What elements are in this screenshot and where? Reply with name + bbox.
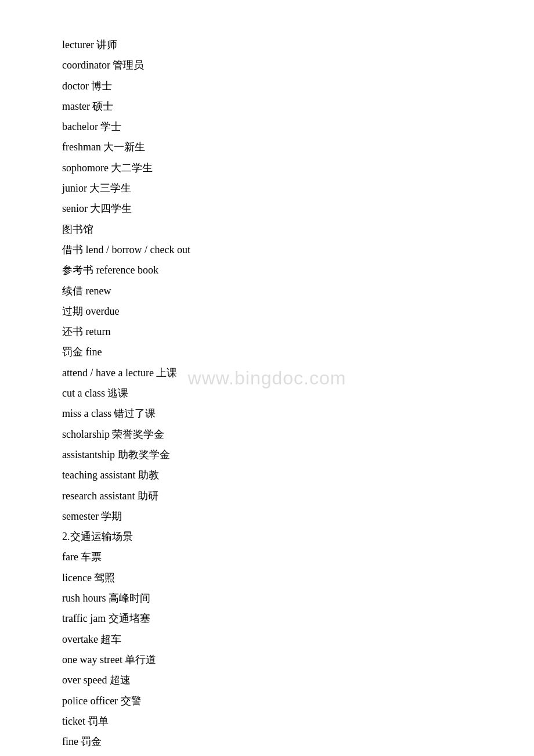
list-item: senior 大四学生 xyxy=(62,199,472,219)
list-item: licence 驾照 xyxy=(62,568,472,588)
list-item: rush hours 高峰时间 xyxy=(62,588,472,609)
list-item: 续借 renew xyxy=(62,281,472,301)
list-item: lecturer 讲师 xyxy=(62,35,472,55)
list-item: sophomore 大二学生 xyxy=(62,158,472,178)
list-item: 2.交通运输场景 xyxy=(62,527,472,547)
list-item: 借书 lend / borrow / check out xyxy=(62,240,472,260)
list-item: 还书 return xyxy=(62,322,472,342)
list-item: research assistant 助研 xyxy=(62,486,472,506)
list-item: miss a class 错过了课 xyxy=(62,404,472,424)
list-item: 参考书 reference book xyxy=(62,260,472,280)
list-item: over speed 超速 xyxy=(62,670,472,690)
list-item: doctor 博士 xyxy=(62,76,472,96)
vocabulary-list: lecturer 讲师coordinator 管理员doctor 博士maste… xyxy=(62,35,472,752)
list-item: scholarship 荣誉奖学金 xyxy=(62,424,472,445)
list-item: traffic jam 交通堵塞 xyxy=(62,609,472,629)
list-item: overtake 超车 xyxy=(62,629,472,650)
list-item: assistantship 助教奖学金 xyxy=(62,445,472,465)
list-item: fine 罚金 xyxy=(62,732,472,752)
list-item: 过期 overdue xyxy=(62,301,472,322)
list-item: semester 学期 xyxy=(62,506,472,527)
list-item: coordinator 管理员 xyxy=(62,55,472,75)
list-item: attend / have a lecture 上课 xyxy=(62,363,472,383)
list-item: cut a class 逃课 xyxy=(62,383,472,404)
list-item: fare 车票 xyxy=(62,547,472,567)
list-item: 图书馆 xyxy=(62,219,472,240)
list-item: 罚金 fine xyxy=(62,342,472,362)
list-item: bachelor 学士 xyxy=(62,117,472,137)
list-item: master 硕士 xyxy=(62,96,472,117)
list-item: teaching assistant 助教 xyxy=(62,465,472,485)
list-item: police officer 交警 xyxy=(62,691,472,711)
list-item: ticket 罚单 xyxy=(62,711,472,732)
list-item: one way street 单行道 xyxy=(62,650,472,670)
list-item: freshman 大一新生 xyxy=(62,137,472,157)
list-item: junior 大三学生 xyxy=(62,178,472,199)
